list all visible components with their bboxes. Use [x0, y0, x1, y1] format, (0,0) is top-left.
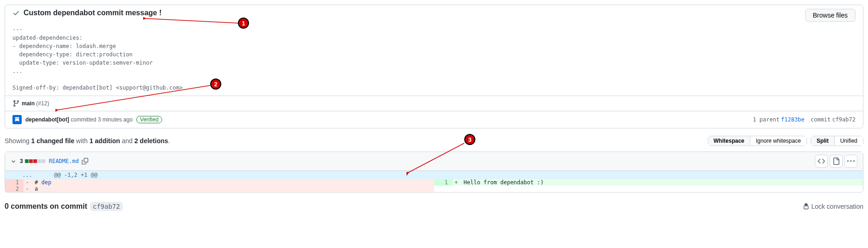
commit-description: --- updated-dependencies: - dependency-n… [5, 25, 863, 96]
check-icon [12, 9, 20, 17]
view-file-button[interactable] [830, 155, 843, 168]
parent-label: 1 parent [753, 116, 780, 123]
lock-icon [803, 203, 809, 210]
view-toggle: Split Unified [811, 136, 863, 146]
changed-files-count: 1 changed file [31, 137, 74, 145]
pr-reference[interactable]: (#12) [36, 100, 49, 107]
view-source-button[interactable] [815, 155, 828, 168]
filename[interactable]: README.md [49, 158, 79, 164]
diff-line-deletion[interactable]: 2 - a [5, 186, 434, 192]
whitespace-button[interactable]: Whitespace [708, 136, 751, 146]
browse-files-button[interactable]: Browse files [805, 9, 856, 22]
avatar[interactable] [12, 115, 22, 124]
kebab-menu-icon[interactable] [844, 155, 857, 168]
ignore-whitespace-button[interactable]: Ignore whitespace [750, 136, 807, 146]
branch-name[interactable]: main [22, 100, 35, 107]
diff-file: 3 README.md ... @@ -1,2 +1 @@ [5, 151, 863, 193]
diffstat-blocks [25, 159, 45, 163]
commit-label: commit [811, 116, 831, 123]
verified-badge[interactable]: Verified [136, 116, 162, 123]
commit-action: committed [71, 116, 96, 123]
diff-line-deletion[interactable]: 1 - # dep [5, 179, 434, 186]
commit-time: 3 minutes ago [98, 116, 133, 123]
summary-row: Showing 1 changed file with 1 addition a… [5, 136, 863, 146]
branch-row: main (#12) [5, 96, 863, 111]
commit-title: Custom dependabot commit message ! [24, 9, 162, 17]
diff-line-addition[interactable]: 1 + Hello from dependabot :) [434, 179, 863, 186]
diffstat-number: 3 [20, 158, 23, 164]
copy-icon[interactable] [82, 158, 88, 164]
comments-title: 0 comments on commit [5, 202, 87, 211]
additions-count: 1 addition [90, 137, 120, 145]
hunk-text: @@ -1,2 +1 @@ [49, 171, 102, 179]
commit-box: Custom dependabot commit message ! Brows… [5, 5, 863, 128]
comments-sha: cf9ab72 [90, 202, 123, 211]
diff-right-side: 1 + Hello from dependabot :) [434, 179, 863, 192]
deletions-count: 2 deletions [134, 137, 168, 145]
diff-header: 3 README.md [5, 152, 863, 171]
author-name[interactable]: dependabot[bot] [25, 116, 69, 123]
diff-left-side: 1 - # dep 2 - a [5, 179, 434, 192]
lock-conversation-button[interactable]: Lock conversation [803, 203, 863, 210]
unified-view-button[interactable]: Unified [835, 136, 863, 146]
whitespace-toggle: Whitespace Ignore whitespace [708, 136, 807, 146]
commit-meta-row: dependabot[bot] committed 3 minutes ago … [5, 111, 863, 128]
comments-header: 0 comments on commit cf9ab72 Lock conver… [5, 200, 863, 213]
parent-sha[interactable]: f1283be [781, 116, 805, 123]
hunk-header: ... @@ -1,2 +1 @@ [5, 171, 863, 179]
chevron-down-icon[interactable] [11, 158, 16, 164]
split-view-button[interactable]: Split [811, 136, 835, 146]
commit-sha: cf9ab72 [832, 116, 856, 123]
git-branch-icon [12, 100, 20, 107]
